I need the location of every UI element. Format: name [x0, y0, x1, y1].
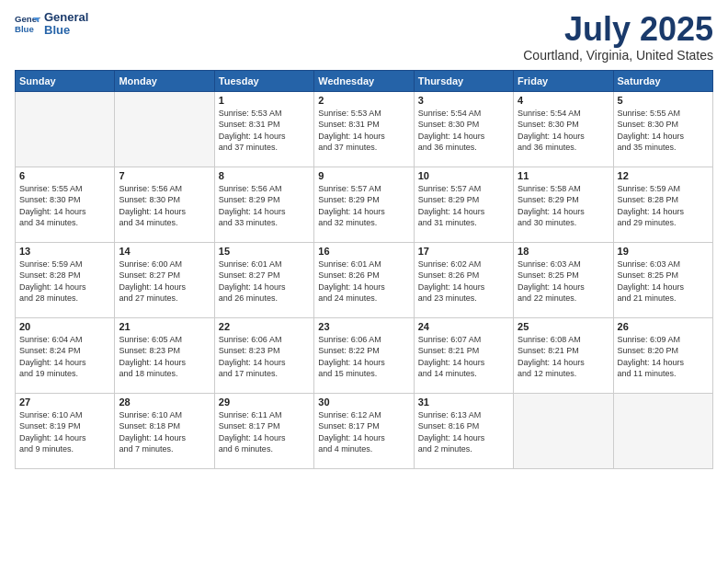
day-number: 16 [318, 246, 409, 257]
day-info: Sunrise: 6:03 AMSunset: 8:25 PMDaylight:… [618, 259, 709, 304]
day-number: 12 [618, 170, 709, 181]
day-number: 15 [219, 246, 310, 257]
logo-icon: General Blue [15, 11, 40, 37]
day-number: 11 [518, 170, 609, 181]
day-number: 18 [518, 246, 609, 257]
table-row: 16Sunrise: 6:01 AMSunset: 8:26 PMDayligh… [314, 242, 414, 317]
day-number: 22 [219, 321, 310, 332]
day-number: 4 [518, 95, 609, 106]
table-row: 19Sunrise: 6:03 AMSunset: 8:25 PMDayligh… [613, 242, 712, 317]
col-sunday: Sunday [16, 70, 115, 91]
calendar-table: Sunday Monday Tuesday Wednesday Thursday… [15, 70, 713, 469]
day-info: Sunrise: 5:53 AMSunset: 8:31 PMDaylight:… [219, 108, 310, 154]
day-info: Sunrise: 6:05 AMSunset: 8:23 PMDaylight:… [119, 334, 210, 380]
day-number: 23 [318, 321, 409, 332]
day-info: Sunrise: 6:06 AMSunset: 8:23 PMDaylight:… [219, 334, 310, 380]
table-row: 8Sunrise: 5:56 AMSunset: 8:29 PMDaylight… [214, 167, 313, 242]
table-row: 1Sunrise: 5:53 AMSunset: 8:31 PMDaylight… [214, 91, 313, 167]
col-monday: Monday [115, 70, 214, 91]
day-number: 1 [219, 95, 310, 106]
table-row: 28Sunrise: 6:10 AMSunset: 8:18 PMDayligh… [115, 393, 214, 468]
day-info: Sunrise: 5:57 AMSunset: 8:29 PMDaylight:… [318, 183, 409, 229]
month-title: July 2025 [523, 11, 713, 48]
table-row: 26Sunrise: 6:09 AMSunset: 8:20 PMDayligh… [613, 317, 712, 393]
table-row: 29Sunrise: 6:11 AMSunset: 8:17 PMDayligh… [214, 393, 313, 468]
day-info: Sunrise: 6:00 AMSunset: 8:27 PMDaylight:… [119, 259, 210, 304]
table-row [613, 393, 712, 468]
table-row: 3Sunrise: 5:54 AMSunset: 8:30 PMDaylight… [414, 91, 513, 167]
table-row: 20Sunrise: 6:04 AMSunset: 8:24 PMDayligh… [16, 317, 115, 393]
day-info: Sunrise: 6:11 AMSunset: 8:17 PMDaylight:… [219, 409, 310, 455]
day-info: Sunrise: 5:53 AMSunset: 8:31 PMDaylight:… [318, 108, 409, 154]
day-info: Sunrise: 6:10 AMSunset: 8:19 PMDaylight:… [19, 409, 110, 455]
day-number: 30 [318, 396, 409, 408]
day-info: Sunrise: 5:56 AMSunset: 8:29 PMDaylight:… [219, 183, 310, 229]
day-number: 20 [19, 321, 110, 332]
table-row [115, 91, 214, 167]
calendar-week-row: 20Sunrise: 6:04 AMSunset: 8:24 PMDayligh… [16, 317, 713, 393]
day-number: 8 [219, 170, 310, 181]
table-row: 22Sunrise: 6:06 AMSunset: 8:23 PMDayligh… [214, 317, 313, 393]
day-number: 19 [618, 246, 709, 257]
col-tuesday: Tuesday [214, 70, 313, 91]
day-number: 17 [418, 246, 509, 257]
day-number: 6 [19, 170, 110, 181]
day-info: Sunrise: 6:12 AMSunset: 8:17 PMDaylight:… [318, 409, 409, 455]
table-row: 15Sunrise: 6:01 AMSunset: 8:27 PMDayligh… [214, 242, 313, 317]
header: General Blue General Blue July 2025 Cour… [15, 11, 713, 63]
day-info: Sunrise: 6:07 AMSunset: 8:21 PMDaylight:… [418, 334, 509, 380]
table-row [514, 393, 613, 468]
col-thursday: Thursday [414, 70, 513, 91]
day-info: Sunrise: 5:59 AMSunset: 8:28 PMDaylight:… [19, 259, 110, 304]
table-row: 13Sunrise: 5:59 AMSunset: 8:28 PMDayligh… [16, 242, 115, 317]
day-info: Sunrise: 5:56 AMSunset: 8:30 PMDaylight:… [119, 183, 210, 229]
day-info: Sunrise: 6:10 AMSunset: 8:18 PMDaylight:… [119, 409, 210, 455]
table-row [16, 91, 115, 167]
table-row: 21Sunrise: 6:05 AMSunset: 8:23 PMDayligh… [115, 317, 214, 393]
day-info: Sunrise: 5:57 AMSunset: 8:29 PMDaylight:… [418, 183, 509, 229]
day-number: 3 [418, 95, 509, 106]
col-friday: Friday [514, 70, 613, 91]
day-info: Sunrise: 6:04 AMSunset: 8:24 PMDaylight:… [19, 334, 110, 380]
table-row: 2Sunrise: 5:53 AMSunset: 8:31 PMDaylight… [314, 91, 414, 167]
day-info: Sunrise: 5:55 AMSunset: 8:30 PMDaylight:… [618, 108, 709, 154]
day-info: Sunrise: 5:54 AMSunset: 8:30 PMDaylight:… [518, 108, 609, 154]
day-number: 10 [418, 170, 509, 181]
day-number: 7 [119, 170, 210, 181]
table-row: 31Sunrise: 6:13 AMSunset: 8:16 PMDayligh… [414, 393, 513, 468]
day-number: 21 [119, 321, 210, 332]
table-row: 4Sunrise: 5:54 AMSunset: 8:30 PMDaylight… [514, 91, 613, 167]
day-number: 13 [19, 246, 110, 257]
day-number: 27 [19, 396, 110, 408]
svg-text:Blue: Blue [15, 24, 34, 34]
day-info: Sunrise: 5:59 AMSunset: 8:28 PMDaylight:… [618, 183, 709, 229]
table-row: 27Sunrise: 6:10 AMSunset: 8:19 PMDayligh… [16, 393, 115, 468]
day-number: 24 [418, 321, 509, 332]
table-row: 17Sunrise: 6:02 AMSunset: 8:26 PMDayligh… [414, 242, 513, 317]
day-info: Sunrise: 5:55 AMSunset: 8:30 PMDaylight:… [19, 183, 110, 229]
day-info: Sunrise: 6:03 AMSunset: 8:25 PMDaylight:… [518, 259, 609, 304]
col-wednesday: Wednesday [314, 70, 414, 91]
title-area: July 2025 Courtland, Virginia, United St… [523, 11, 713, 63]
calendar-week-row: 1Sunrise: 5:53 AMSunset: 8:31 PMDaylight… [16, 91, 713, 167]
logo-line2: Blue [44, 24, 88, 37]
day-info: Sunrise: 6:13 AMSunset: 8:16 PMDaylight:… [418, 409, 509, 455]
calendar-week-row: 6Sunrise: 5:55 AMSunset: 8:30 PMDaylight… [16, 167, 713, 242]
day-info: Sunrise: 6:09 AMSunset: 8:20 PMDaylight:… [618, 334, 709, 380]
calendar-week-row: 13Sunrise: 5:59 AMSunset: 8:28 PMDayligh… [16, 242, 713, 317]
table-row: 23Sunrise: 6:06 AMSunset: 8:22 PMDayligh… [314, 317, 414, 393]
day-number: 25 [518, 321, 609, 332]
day-info: Sunrise: 5:58 AMSunset: 8:29 PMDaylight:… [518, 183, 609, 229]
day-number: 31 [418, 396, 509, 408]
day-number: 9 [318, 170, 409, 181]
table-row: 14Sunrise: 6:00 AMSunset: 8:27 PMDayligh… [115, 242, 214, 317]
table-row: 30Sunrise: 6:12 AMSunset: 8:17 PMDayligh… [314, 393, 414, 468]
table-row: 6Sunrise: 5:55 AMSunset: 8:30 PMDaylight… [16, 167, 115, 242]
day-number: 2 [318, 95, 409, 106]
col-saturday: Saturday [613, 70, 712, 91]
day-info: Sunrise: 6:06 AMSunset: 8:22 PMDaylight:… [318, 334, 409, 380]
table-row: 25Sunrise: 6:08 AMSunset: 8:21 PMDayligh… [514, 317, 613, 393]
logo: General Blue General Blue [15, 11, 88, 38]
table-row: 12Sunrise: 5:59 AMSunset: 8:28 PMDayligh… [613, 167, 712, 242]
table-row: 18Sunrise: 6:03 AMSunset: 8:25 PMDayligh… [514, 242, 613, 317]
